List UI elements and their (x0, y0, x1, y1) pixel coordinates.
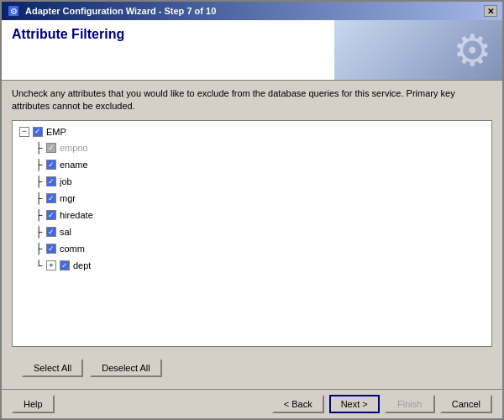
main-content: Uncheck any attributes that you would li… (2, 81, 502, 389)
title-bar-text: Adapter Configuration Wizard - Step 7 of… (25, 6, 216, 16)
bottom-nav: Help < Back Next > Finish Cancel (2, 389, 502, 418)
svg-text:⚙: ⚙ (10, 7, 18, 16)
tree-row-ename: ├ ename (16, 156, 488, 173)
tree-row-comm: ├ comm (16, 240, 488, 257)
title-bar: ⚙ Adapter Configuration Wizard - Step 7 … (2, 2, 502, 20)
description-text: Uncheck any attributes that you would li… (12, 87, 492, 113)
help-button[interactable]: Help (12, 395, 55, 413)
bottom-nav-right: < Back Next > Finish Cancel (272, 395, 492, 413)
cancel-button[interactable]: Cancel (440, 395, 492, 413)
tree-label-hiredate: hiredate (60, 208, 93, 223)
close-button[interactable]: ✕ (484, 5, 497, 17)
checkbox-sal[interactable] (46, 227, 56, 237)
tree-label-dept: dept (73, 259, 91, 273)
title-bar-left: ⚙ Adapter Configuration Wizard - Step 7 … (7, 4, 216, 18)
tree-label-sal: sal (60, 225, 71, 239)
checkbox-emp[interactable] (33, 127, 43, 137)
tree-line-3: ├ (33, 174, 45, 189)
bottom-buttons: Select All Deselect All (12, 354, 492, 382)
tree-label-ename: ename (60, 158, 88, 172)
tree-toggle-dept[interactable]: + (46, 260, 56, 270)
tree-line-2: ├ (33, 157, 45, 172)
back-button[interactable]: < Back (272, 395, 324, 413)
tree-line-4: ├ (33, 191, 45, 206)
deselect-all-button[interactable]: Deselect All (90, 359, 161, 377)
tree-row-dept: └ + dept (16, 257, 488, 274)
finish-button[interactable]: Finish (385, 395, 435, 413)
window-icon: ⚙ (7, 4, 20, 18)
tree-panel[interactable]: − EMP ├ empno ├ ename ├ job (12, 120, 492, 347)
checkbox-job[interactable] (46, 176, 56, 186)
tree-line-5: ├ (33, 207, 45, 223)
checkbox-hiredate[interactable] (46, 210, 56, 220)
gear-icon-large: ⚙ (453, 25, 492, 76)
select-all-button[interactable]: Select All (22, 359, 83, 377)
next-button[interactable]: Next > (329, 395, 380, 413)
tree-row-empno: ├ empno (16, 139, 488, 156)
tree-row-job: ├ job (16, 173, 488, 190)
tree-line-7: ├ (33, 241, 45, 256)
tree-row-sal: ├ sal (16, 223, 488, 240)
header-background: ⚙ (334, 20, 502, 80)
tree-toggle-emp[interactable]: − (19, 127, 29, 137)
checkbox-ename[interactable] (46, 160, 56, 170)
checkbox-mgr[interactable] (46, 193, 56, 203)
tree-row-mgr: ├ mgr (16, 190, 488, 207)
checkbox-comm[interactable] (46, 244, 56, 254)
tree-label-comm: comm (60, 242, 85, 256)
tree-row-hiredate: ├ hiredate (16, 207, 488, 223)
tree-label-emp: EMP (46, 125, 66, 139)
tree-row-emp: − EMP (16, 124, 488, 140)
header-section: Attribute Filtering ⚙ (2, 20, 502, 81)
checkbox-dept[interactable] (60, 260, 70, 270)
tree-label-mgr: mgr (60, 192, 76, 206)
tree-label-job: job (60, 175, 72, 189)
tree-line-6: ├ (33, 224, 45, 239)
checkbox-empno (46, 143, 56, 153)
wizard-window: ⚙ Adapter Configuration Wizard - Step 7 … (0, 0, 504, 420)
tree-line-8: └ (33, 258, 45, 273)
tree-line-1: ├ (33, 140, 45, 155)
tree-label-empno: empno (60, 141, 88, 155)
